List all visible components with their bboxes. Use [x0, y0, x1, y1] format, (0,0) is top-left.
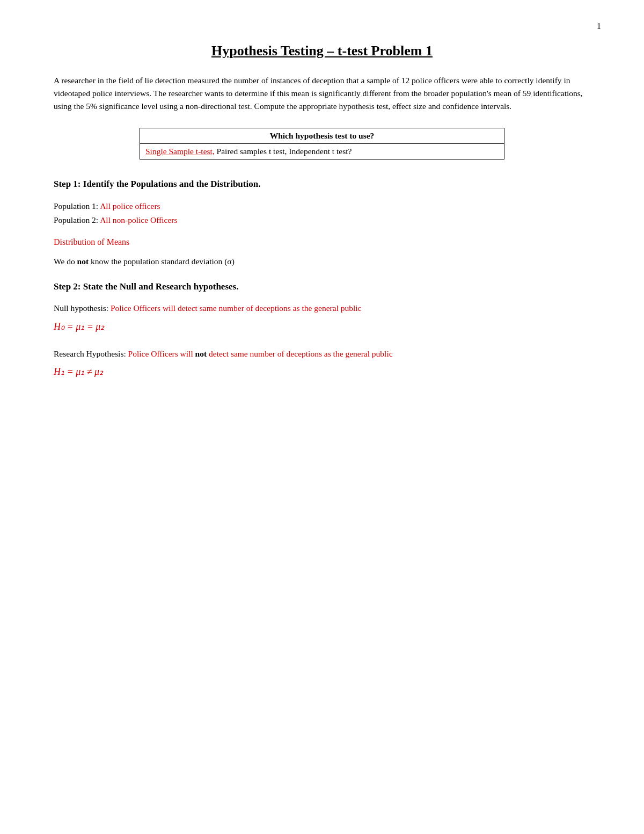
research-formula: H₁ = μ₁ ≠ μ₂ — [54, 366, 590, 378]
population2-line: Population 2: All non-police Officers — [54, 213, 590, 227]
pop2-label: Population 2: — [54, 215, 100, 224]
research-red-before: Police Officers will — [128, 349, 195, 358]
pop1-label: Population 1: — [54, 201, 100, 211]
single-sample-ttest-link[interactable]: Single Sample t-test, — [145, 147, 215, 156]
distribution-of-means: Distribution of Means — [54, 237, 590, 247]
hypothesis-test-box: Which hypothesis test to use? Single Sam… — [140, 128, 504, 159]
null-formula: H₀ = μ₁ = μ₂ — [54, 321, 590, 332]
sigma-bold: not — [77, 257, 89, 266]
sigma-prefix: We do — [54, 257, 77, 266]
step1-heading: Step 1: Identify the Populations and the… — [54, 179, 590, 190]
step2-heading: Step 2: State the Null and Research hypo… — [54, 281, 590, 292]
sigma-suffix: know the population standard deviation (… — [89, 257, 235, 266]
hypothesis-box-body: Single Sample t-test, Paired samples t t… — [140, 144, 504, 159]
research-bold: not — [195, 349, 207, 358]
page-title: Hypothesis Testing – t-test Problem 1 — [54, 43, 590, 59]
research-red-after: detect same number of deceptions as the … — [207, 349, 392, 358]
population1-line: Population 1: All police officers — [54, 199, 590, 213]
intro-paragraph: A researcher in the field of lie detecti… — [54, 74, 590, 113]
pop1-value: All police officers — [100, 201, 160, 211]
research-prefix: Research Hypothesis: — [54, 349, 128, 358]
sigma-text: We do not know the population standard d… — [54, 257, 590, 266]
null-prefix: Null hypothesis: — [54, 303, 111, 313]
null-red: Police Officers will detect same number … — [111, 303, 362, 313]
null-hypothesis-text: Null hypothesis: Police Officers will de… — [54, 302, 590, 315]
hypothesis-box-options: Paired samples t test, Independent t tes… — [215, 147, 352, 156]
research-hypothesis-text: Research Hypothesis: Police Officers wil… — [54, 347, 590, 361]
hypothesis-box-header: Which hypothesis test to use? — [140, 128, 504, 144]
page-number: 1 — [597, 21, 601, 31]
pop2-value: All non-police Officers — [100, 215, 177, 224]
